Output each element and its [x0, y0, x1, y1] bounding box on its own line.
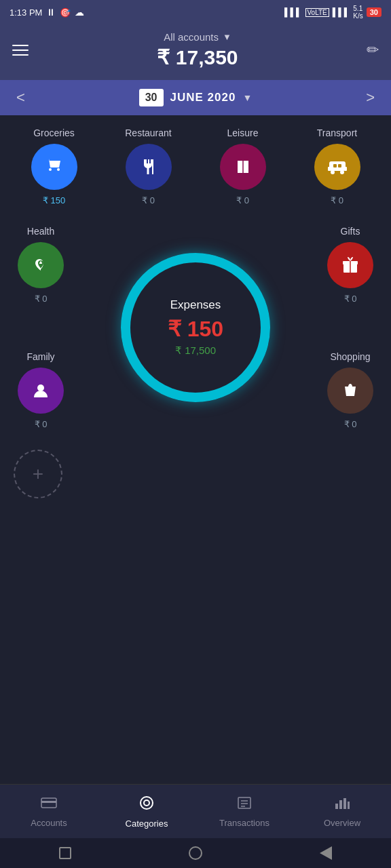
restaurant-label: Restaurant [125, 127, 171, 138]
category-shopping[interactable]: Shopping ₹ 0 [316, 351, 384, 429]
svg-point-17 [141, 797, 153, 809]
date-center[interactable]: 30 JUNE 2020 ▼ [139, 89, 253, 106]
nav-categories[interactable]: Categories [119, 795, 174, 829]
all-accounts-label: All accounts [164, 31, 219, 43]
svg-point-7 [331, 170, 335, 174]
date-dropdown-arrow: ▼ [242, 92, 252, 103]
all-accounts-row[interactable]: All accounts ▼ [164, 31, 231, 43]
categories-label: Categories [126, 818, 168, 829]
svg-point-8 [340, 170, 344, 174]
expenses-label: Expenses [170, 298, 221, 312]
category-health[interactable]: Health ₹ 0 [7, 226, 75, 304]
expenses-amount: ₹ 150 [168, 316, 223, 342]
svg-rect-5 [328, 167, 331, 171]
svg-rect-10 [338, 164, 341, 167]
transactions-icon [237, 795, 252, 814]
nav-accounts[interactable]: Accounts [22, 795, 76, 828]
next-date-button[interactable]: > [366, 89, 375, 106]
svg-rect-23 [335, 804, 338, 809]
sys-home-button[interactable] [186, 844, 205, 863]
accounts-icon [41, 795, 57, 814]
svg-rect-9 [333, 164, 337, 167]
add-category-button[interactable]: + [14, 450, 62, 498]
svg-point-11 [37, 384, 44, 391]
edit-button[interactable]: ✏ [367, 41, 379, 59]
leisure-circle [220, 144, 266, 190]
family-label: Family [26, 351, 54, 362]
shopping-label: Shopping [330, 351, 370, 362]
speed-icon: 5.1K/s [353, 5, 362, 20]
total-amount: ₹ 17,350 [157, 45, 238, 69]
location-icon: 🎯 [60, 7, 71, 18]
category-leisure[interactable]: Leisure ₹ 0 [209, 127, 277, 205]
health-label: Health [27, 226, 54, 237]
hamburger-line2 [12, 50, 29, 51]
status-bar: 1:13 PM ⏸ 🎯 ☁ ▌▌▌ VoLTE ▌▌▌ 5.1K/s 30 [0, 0, 391, 24]
svg-rect-24 [339, 800, 342, 809]
left-categories: Health ₹ 0 Family ₹ 0 [7, 226, 81, 429]
svg-rect-1 [235, 161, 238, 173]
accounts-dropdown-arrow: ▼ [223, 32, 231, 42]
svg-point-18 [144, 800, 149, 806]
shopping-circle [327, 368, 373, 414]
svg-rect-6 [344, 167, 347, 171]
family-amount: ₹ 0 [35, 419, 48, 429]
signal2-icon: ▌▌▌ [333, 7, 350, 17]
groceries-amount: ₹ 150 [43, 195, 65, 205]
sys-square-button[interactable] [56, 844, 75, 863]
nav-overview[interactable]: Overview [315, 795, 369, 828]
shopping-amount: ₹ 0 [344, 419, 357, 429]
leisure-label: Leisure [227, 127, 259, 138]
nav-transactions[interactable]: Transactions [217, 795, 272, 828]
family-circle [18, 368, 64, 414]
hamburger-line3 [12, 54, 29, 56]
cloud-icon: ☁ [75, 7, 84, 18]
overview-icon [334, 795, 350, 814]
bottom-nav: Accounts Categories Transactions Overvie… [0, 784, 391, 838]
header: All accounts ▼ ₹ 17,350 ✏ [0, 24, 391, 80]
status-right: ▌▌▌ VoLTE ▌▌▌ 5.1K/s 30 [284, 5, 381, 20]
category-transport[interactable]: Transport ₹ 0 [303, 127, 371, 205]
transport-amount: ₹ 0 [331, 195, 343, 205]
date-day: 30 [139, 89, 164, 106]
health-amount: ₹ 0 [35, 294, 48, 304]
category-restaurant[interactable]: Restaurant ₹ 0 [115, 127, 183, 205]
hamburger-line1 [12, 45, 29, 46]
income-amount: ₹ 17,500 [175, 344, 216, 357]
hamburger-button[interactable] [12, 45, 29, 56]
volte-icon: VoLTE [305, 8, 329, 17]
pause-icon: ⏸ [46, 7, 56, 18]
category-gifts[interactable]: Gifts ₹ 0 [316, 226, 384, 304]
category-family[interactable]: Family ₹ 0 [7, 351, 75, 429]
header-title-block: All accounts ▼ ₹ 17,350 [157, 31, 238, 69]
expenses-circle: Expenses ₹ 150 ₹ 17,500 [121, 253, 270, 402]
svg-rect-16 [41, 801, 56, 803]
date-month: JUNE 2020 [170, 91, 236, 104]
overview-label: Overview [324, 818, 360, 828]
groceries-circle [31, 144, 77, 190]
status-left: 1:13 PM ⏸ 🎯 ☁ [10, 7, 84, 18]
gifts-amount: ₹ 0 [344, 294, 357, 304]
signal-icon: ▌▌▌ [284, 7, 302, 17]
sys-square-icon [59, 847, 71, 859]
middle-section: Health ₹ 0 Family ₹ 0 [7, 226, 384, 429]
sys-circle-icon [189, 846, 202, 860]
prev-date-button[interactable]: < [16, 89, 25, 106]
sys-back-button[interactable] [316, 844, 335, 863]
restaurant-amount: ₹ 0 [142, 195, 155, 205]
gifts-label: Gifts [341, 226, 360, 237]
main-content: Groceries ₹ 150 Restaurant ₹ 0 Leisure [0, 115, 391, 595]
categories-outer: Groceries ₹ 150 Restaurant ₹ 0 Leisure [7, 127, 384, 589]
health-circle [18, 242, 64, 288]
svg-rect-2 [248, 161, 251, 173]
transactions-label: Transactions [219, 818, 269, 828]
header-top: All accounts ▼ ₹ 17,350 ✏ [12, 31, 379, 69]
system-nav [0, 838, 391, 868]
battery-indicator: 30 [367, 7, 381, 17]
time-display: 1:13 PM [10, 7, 42, 18]
svg-rect-4 [329, 161, 346, 171]
transport-label: Transport [317, 127, 357, 138]
categories-icon [138, 795, 155, 815]
category-groceries[interactable]: Groceries ₹ 150 [20, 127, 88, 205]
leisure-amount: ₹ 0 [236, 195, 249, 205]
